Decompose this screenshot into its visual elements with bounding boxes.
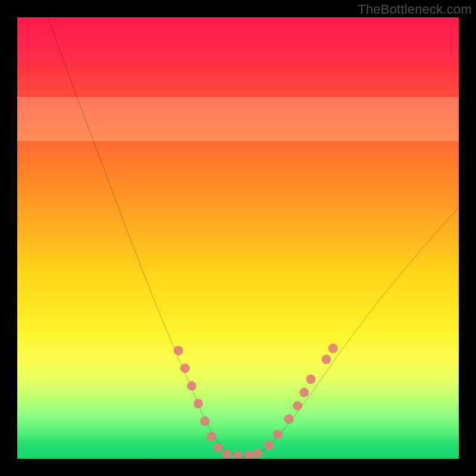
chart-marker-dot: [284, 414, 293, 424]
chart-marker-dot: [245, 451, 254, 459]
bottleneck-curve: [48, 17, 459, 456]
chart-marker-dot: [214, 443, 223, 452]
chart-marker-dot: [180, 364, 190, 373]
chart-area: [17, 17, 459, 459]
chart-marker-dot: [174, 346, 183, 355]
chart-marker-dot: [206, 432, 216, 441]
chart-marker-dot: [299, 388, 309, 397]
chart-container: TheBottleneck.com: [0, 0, 476, 476]
chart-marker-dot: [321, 355, 331, 364]
watermark-text: TheBottleneck.com: [358, 2, 472, 17]
chart-marker-dot: [222, 450, 231, 459]
chart-marker-dot: [273, 430, 283, 439]
chart-svg: [17, 17, 459, 459]
chart-marker-dot: [306, 374, 315, 384]
chart-marker-dot: [293, 401, 302, 411]
chart-marker-dot: [187, 381, 196, 391]
chart-marker-dot: [253, 449, 262, 458]
chart-marker-dot: [200, 416, 209, 426]
chart-marker-dot: [193, 399, 203, 408]
chart-marker-dot: [264, 441, 274, 450]
chart-marker-dot: [328, 344, 338, 353]
chart-markers: [174, 344, 338, 459]
chart-marker-dot: [233, 451, 243, 459]
